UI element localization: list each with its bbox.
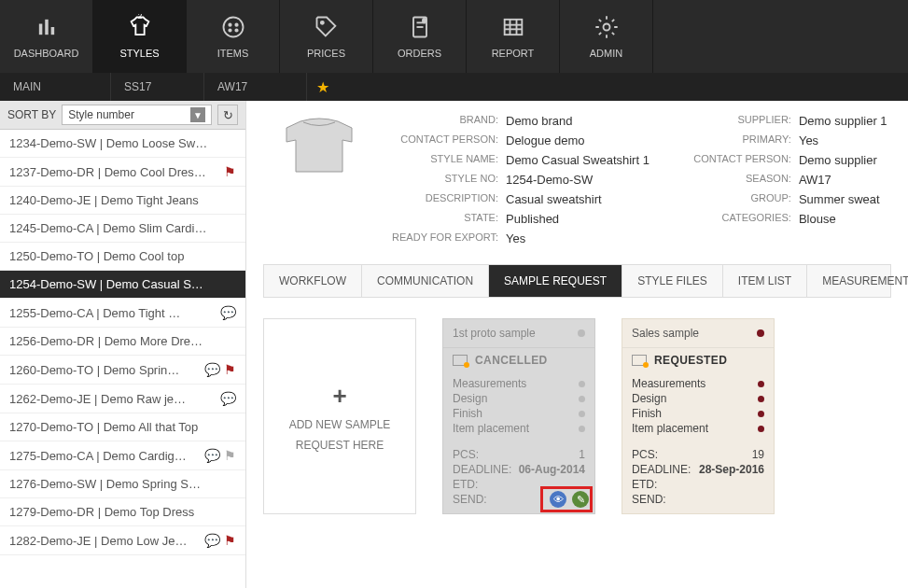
dot-icon xyxy=(758,396,764,402)
meta-value: 1 xyxy=(579,448,585,461)
style-row[interactable]: 1260-Demo-TO | Demo Sprin…💬⚑ xyxy=(0,356,245,385)
topnav-label: STYLES xyxy=(119,48,159,59)
tab-measurement-chart[interactable]: MEASUREMENT CHART xyxy=(807,265,908,297)
sample-card-requested[interactable]: Sales sample REQUESTED Measurements Desi… xyxy=(622,318,775,514)
dot-icon xyxy=(758,411,764,417)
dots-icon xyxy=(220,14,246,42)
topnav-admin[interactable]: ADMIN xyxy=(560,0,653,73)
tab-workflow[interactable]: WORKFLOW xyxy=(264,265,362,297)
style-row[interactable]: 1245-Demo-CA | Demo Slim Cardi… xyxy=(0,215,245,243)
tag-icon xyxy=(314,14,340,42)
style-row[interactable]: 1240-Demo-JE | Demo Tight Jeans xyxy=(0,187,245,215)
style-label: 1240-Demo-JE | Demo Tight Jeans xyxy=(9,193,199,207)
card-title: Sales sample xyxy=(632,327,699,340)
style-label: 1282-Demo-JE | Demo Low Je… xyxy=(9,534,188,548)
svg-rect-2 xyxy=(50,27,54,35)
detail-value: Summer sweat xyxy=(799,192,880,206)
comment-icon: 💬 xyxy=(204,362,220,377)
topnav-label: DASHBOARD xyxy=(14,48,79,59)
grid-icon xyxy=(500,14,526,42)
topnav-styles[interactable]: 2STYLES xyxy=(93,0,187,73)
tab-sample-request[interactable]: SAMPLE REQUEST xyxy=(489,265,622,297)
card-icon xyxy=(453,355,468,366)
sort-value: Style number xyxy=(68,108,134,121)
style-row[interactable]: 1279-Demo-DR | Demo Top Dress xyxy=(0,498,245,526)
comment-icon: 💬 xyxy=(220,391,236,406)
style-label: 1260-Demo-TO | Demo Sprin… xyxy=(9,363,179,377)
detail-value: Delogue demo xyxy=(506,133,585,147)
subnav-main[interactable]: MAIN xyxy=(0,73,111,101)
dot-icon xyxy=(758,426,764,432)
gear-icon xyxy=(594,14,620,42)
style-label: 1254-Demo-SW | Demo Casual S… xyxy=(9,277,203,291)
doc-icon: $ xyxy=(407,14,433,42)
sample-card-cancelled[interactable]: 1st proto sample CANCELLED Measurements … xyxy=(442,318,595,514)
meta-label: SEND: xyxy=(453,493,487,506)
style-label: 1262-Demo-JE | Demo Raw je… xyxy=(9,392,186,406)
style-row[interactable]: 1250-Demo-TO | Demo Cool top xyxy=(0,243,245,271)
comment-icon: 💬 xyxy=(204,533,220,548)
edit-button[interactable]: ✎ xyxy=(572,491,589,508)
topnav-dashboard[interactable]: DASHBOARD xyxy=(0,0,93,73)
svg-rect-1 xyxy=(45,20,49,35)
card-checklist: Measurements Design Finish Item placemen… xyxy=(622,376,774,441)
tab-item-list[interactable]: ITEM LIST xyxy=(723,265,807,297)
sort-select[interactable]: Style number ▼ xyxy=(62,105,212,125)
add-card-line2: REQUEST HERE xyxy=(296,439,384,452)
flag-icon: ⚑ xyxy=(224,533,236,548)
style-row[interactable]: 1256-Demo-DR | Demo More Dre… xyxy=(0,328,245,356)
style-label: 1270-Demo-TO | Demo All that Top xyxy=(9,420,198,434)
detail-value: AW17 xyxy=(799,173,831,187)
card-checklist: Measurements Design Finish Item placemen… xyxy=(443,376,594,441)
detail-label: CATEGORIES: xyxy=(687,212,791,226)
add-sample-card[interactable]: + ADD NEW SAMPLE REQUEST HERE xyxy=(263,318,416,514)
topnav-label: ITEMS xyxy=(217,48,249,59)
sidebar: SORT BY Style number ▼ ↻ 1234-Demo-SW | … xyxy=(0,101,246,588)
detail-value: Demo supplier xyxy=(799,153,877,167)
style-row[interactable]: 1276-Demo-SW | Demo Spring S… xyxy=(0,470,245,498)
view-button[interactable]: 👁 xyxy=(550,491,566,508)
top-nav: DASHBOARD2STYLESITEMSPRICES$ORDERSREPORT… xyxy=(0,0,908,73)
details-right: SUPPLIER:Demo supplier 1PRIMARY:YesCONTA… xyxy=(687,114,887,245)
check-item: Measurements xyxy=(453,377,526,390)
sort-bar: SORT BY Style number ▼ ↻ xyxy=(0,101,245,130)
topnav-prices[interactable]: PRICES xyxy=(280,0,373,73)
svg-point-7 xyxy=(229,29,230,31)
style-row[interactable]: 1255-Demo-CA | Demo Tight …💬 xyxy=(0,299,245,328)
detail-value: Demo supplier 1 xyxy=(799,114,887,128)
sub-nav: MAIN SS17 AW17 ★ xyxy=(0,73,908,101)
topnav-items[interactable]: ITEMS xyxy=(187,0,280,73)
detail-value: Blouse xyxy=(799,212,836,226)
tab-communication[interactable]: COMMUNICATION xyxy=(362,265,489,297)
dot-icon xyxy=(579,411,585,417)
style-row[interactable]: 1282-Demo-JE | Demo Low Je…💬⚑ xyxy=(0,526,245,555)
favorite-star-icon[interactable]: ★ xyxy=(307,73,339,101)
subnav-season-ss17[interactable]: SS17 xyxy=(111,73,204,101)
flag-icon: ⚑ xyxy=(224,448,236,463)
topnav-label: ORDERS xyxy=(398,48,441,59)
style-row[interactable]: 1237-Demo-DR | Demo Cool Dres…⚑ xyxy=(0,158,245,187)
sort-label: SORT BY xyxy=(7,108,56,121)
refresh-button[interactable]: ↻ xyxy=(217,105,238,125)
meta-value: 19 xyxy=(752,448,764,461)
style-label: 1255-Demo-CA | Demo Tight … xyxy=(9,306,180,320)
meta-label: PCS: xyxy=(453,448,479,461)
topnav-report[interactable]: REPORT xyxy=(467,0,560,73)
status-dot-icon xyxy=(578,329,585,337)
tab-style-files[interactable]: STYLE FILES xyxy=(622,265,723,297)
subnav-season-aw17[interactable]: AW17 xyxy=(204,73,307,101)
style-row[interactable]: 1254-Demo-SW | Demo Casual S… xyxy=(0,271,245,299)
topnav-label: ADMIN xyxy=(590,48,622,59)
meta-label: SEND: xyxy=(632,493,666,506)
meta-value: 06-Aug-2014 xyxy=(519,463,585,476)
add-card-line1: ADD NEW SAMPLE xyxy=(289,418,391,431)
topnav-orders[interactable]: $ORDERS xyxy=(373,0,467,73)
card-status-label: CANCELLED xyxy=(475,354,548,367)
svg-point-5 xyxy=(229,24,230,26)
flag-icon: ⚑ xyxy=(224,362,236,377)
meta-value: 28-Sep-2016 xyxy=(699,463,764,476)
style-row[interactable]: 1275-Demo-CA | Demo Cardig…💬⚑ xyxy=(0,441,245,470)
style-row[interactable]: 1262-Demo-JE | Demo Raw je…💬 xyxy=(0,385,245,413)
style-row[interactable]: 1234-Demo-SW | Demo Loose Sw… xyxy=(0,130,245,158)
style-row[interactable]: 1270-Demo-TO | Demo All that Top xyxy=(0,413,245,441)
